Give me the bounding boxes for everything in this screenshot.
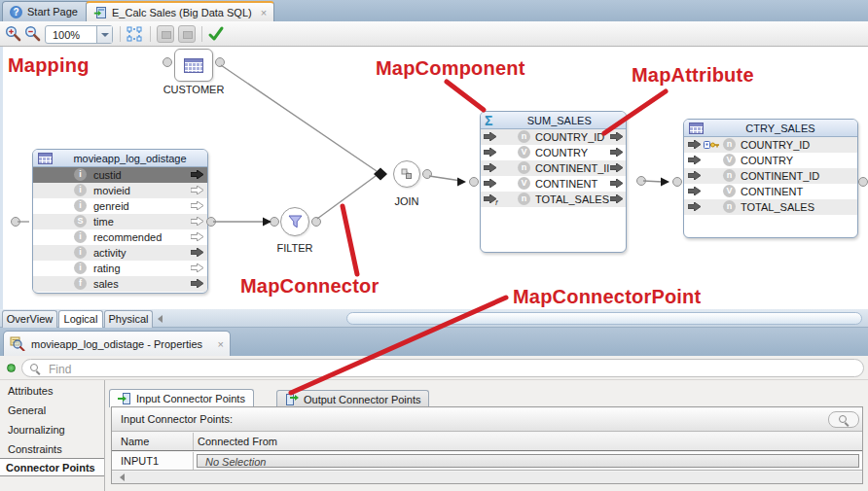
filter-input-port[interactable] [270,217,279,227]
horizontal-scrollbar-thumb[interactable] [346,312,862,325]
fit-selection-button[interactable] [126,25,143,43]
source-table-title: movieapp_log_odistage [53,153,207,164]
sum-sales-input-port[interactable] [469,177,479,187]
attribute-row[interactable]: i custid [33,167,207,183]
table-row[interactable]: INPUT1 No Selection [112,452,862,471]
tab-physical[interactable]: Physical [104,310,153,328]
zoom-level-combo[interactable]: 100% [45,25,113,44]
attribute-row[interactable]: f n TOTAL_SALES [481,192,626,207]
map-arrow-icon [688,156,701,164]
attribute-row[interactable]: i activity [33,245,207,261]
sidebar-item-attributes[interactable]: Attributes [8,385,53,397]
tab-overview[interactable]: OverView [2,310,57,328]
map-arrow-icon [688,171,701,180]
map-arrow-icon [610,132,623,141]
type-icon: f [74,277,87,290]
map-arrow-icon [610,179,623,188]
map-arrow-icon [484,132,496,141]
source-table-header[interactable]: movieapp_log_odistage [33,150,207,167]
odi-studio-window: ? Start Page × E_Calc Sales (Big Data SQ… [0,0,868,491]
filter-output-port[interactable] [311,217,321,227]
scroll-left-icon[interactable] [158,315,163,323]
sidebar-item-constraints[interactable]: Constraints [8,443,62,455]
type-icon: V [723,185,736,197]
chevron-down-icon[interactable] [96,26,112,43]
tab-mapping-editor[interactable]: E_Calc Sales (Big Data SQL) × [86,1,274,21]
join-label: JOIN [387,195,426,207]
attribute-name: custid [93,169,122,181]
filter-component[interactable] [280,207,309,236]
attribute-row[interactable]: f sales [33,276,207,292]
sidebar-divider [104,380,105,491]
ctry-sales-input-port[interactable] [672,177,682,187]
validate-button[interactable] [207,25,225,43]
type-icon: i [74,262,87,274]
connected-from-dropdown[interactable]: No Selection [197,454,859,468]
source-output-port[interactable] [206,217,216,227]
toolbar-separator [201,26,202,42]
attribute-row[interactable]: S time [33,214,207,229]
customer-input-port[interactable] [163,57,172,67]
attribute-row[interactable]: n COUNTRY_ID [481,129,626,145]
find-input[interactable]: Find [21,359,864,377]
editor-tab-bar: ? Start Page × E_Calc Sales (Big Data SQ… [0,0,868,21]
customer-component[interactable] [174,49,213,82]
attribute-row[interactable]: n TOTAL_SALES [684,199,857,215]
annotation-map-connector-point: MapConnectorPoint [513,286,701,308]
column-header-name: Name [121,436,149,447]
attribute-row[interactable]: V CONTINENT [481,176,626,192]
connected-from-value: No Selection [205,456,266,468]
sidebar-item-general[interactable]: General [8,404,46,416]
attribute-name: COUNTRY_ID [741,139,810,151]
attribute-row[interactable]: V CONTINENT [684,184,857,199]
sidebar-item-label: Connector Points [6,462,95,473]
sum-sales-header[interactable]: Σ SUM_SALES [481,112,626,129]
sum-sales-title: SUM_SALES [492,115,626,126]
source-input-port[interactable] [11,217,20,227]
attribute-row[interactable]: i recommended [33,229,207,245]
help-icon: ? [10,6,22,18]
tab-properties[interactable]: movieapp_log_odistage - Properties × [3,331,231,356]
join-output-port[interactable] [422,169,432,179]
customer-output-port[interactable] [215,57,225,67]
sidebar-item-journalizing[interactable]: Journalizing [8,424,65,436]
type-icon: S [74,215,87,228]
properties-panel: Attributes General Journalizing Constrai… [0,380,868,491]
attribute-row[interactable]: n CONTINENT_II [481,160,626,176]
attribute-row[interactable]: V COUNTRY [481,145,626,160]
close-icon[interactable]: × [218,338,224,350]
map-arrow-icon [688,187,701,195]
attribute-row[interactable]: n COUNTRY_ID [684,137,857,153]
sidebar-item-connector-points[interactable]: Connector Points [0,458,104,476]
tab-logical[interactable]: Logical [58,310,103,328]
type-icon: i [74,184,87,196]
type-icon: V [518,146,530,158]
type-icon: i [74,168,87,181]
datastore-icon [689,123,704,134]
map-arrow-icon [191,170,203,179]
tab-label: Input Connector Points [136,393,245,404]
ctry-sales-output-port[interactable] [858,177,868,187]
attribute-row[interactable]: V COUNTRY [684,153,857,168]
zoom-in-button[interactable] [5,25,22,43]
join-component[interactable] [393,160,420,188]
sum-sales-output-port[interactable] [636,176,646,186]
ctry-sales-header[interactable]: CTRY_SALES [684,120,857,137]
attribute-row[interactable]: i rating [33,261,207,276]
table-search-button[interactable] [828,411,859,428]
attribute-row[interactable]: n CONTINENT_ID [684,168,857,184]
find-bar: Find [0,356,868,380]
attribute-name: TOTAL_SALES [535,193,609,205]
map-arrow-icon [191,201,203,210]
source-datastore-table[interactable]: movieapp_log_odistage i custid i movieid… [32,149,208,294]
attribute-row[interactable]: i movieid [33,183,207,198]
close-icon[interactable]: × [261,7,267,18]
ctry-sales-title: CTRY_SALES [704,123,857,134]
sum-sales-component[interactable]: Σ SUM_SALES n COUNTRY_ID V COUNTRY n CON… [480,111,627,253]
tab-output-connector-points[interactable]: Output Connector Points [276,390,429,407]
attribute-row[interactable]: i genreid [33,198,207,214]
ctry-sales-table[interactable]: CTRY_SALES n COUNTRY_ID V COUNTRY n CONT… [683,119,858,238]
table-horizontal-scrollbar[interactable] [112,472,862,483]
zoom-out-button[interactable] [24,25,42,43]
tab-input-connector-points[interactable]: Input Connector Points [109,389,254,407]
